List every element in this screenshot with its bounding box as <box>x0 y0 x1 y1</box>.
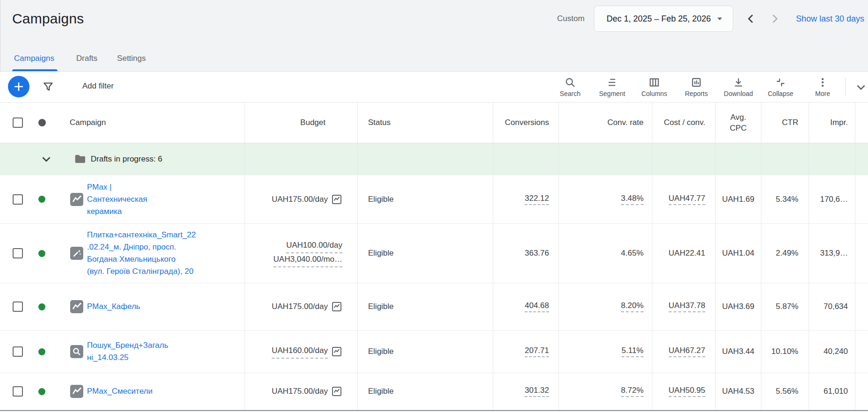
campaign-row: Плитка+сантехніка_Smart_22.02.24_м. Дніп… <box>0 224 868 283</box>
campaign-row: PMax_Смесители UAH175.00/day Eligible 30… <box>0 373 868 410</box>
budget-value[interactable]: UAH100.00/day <box>286 239 342 253</box>
column-header-avg-cpc[interactable]: Avg. CPC <box>716 103 761 143</box>
campaign-name-link[interactable]: PMax_Смесители <box>87 385 152 397</box>
next-period-button[interactable] <box>769 13 780 24</box>
plus-icon <box>13 81 25 93</box>
tab-campaigns[interactable]: Campaigns <box>14 54 54 71</box>
smart-campaign-icon <box>70 247 83 260</box>
page-header: Campaigns Custom Dec 1, 2025 – Feb 25, 2… <box>0 0 868 37</box>
date-mode-label: Custom <box>557 14 585 23</box>
tab-settings[interactable]: Settings <box>117 54 145 71</box>
row-checkbox[interactable] <box>13 248 23 258</box>
campaign-name-link[interactable]: Плитка+сантехніка_Smart_22.02.24_м. Дніп… <box>87 229 196 278</box>
row-checkbox[interactable] <box>13 194 23 205</box>
status-value: Eligible <box>368 302 394 311</box>
download-icon <box>732 76 745 88</box>
avg-cpc-value: UAH3.44 <box>722 347 754 356</box>
avg-cpc-value: UAH3.69 <box>722 302 754 311</box>
show-last-30-days-link[interactable]: Show last 30 days <box>796 14 864 24</box>
status-enabled-dot <box>38 388 45 395</box>
conversions-value[interactable]: 322.12 <box>525 194 549 205</box>
campaign-row: PMax |Сантехническая керамика UAH175.00/… <box>0 175 868 224</box>
ctr-value: 5.87% <box>776 302 798 311</box>
column-header-budget[interactable]: Budget <box>245 103 358 143</box>
column-header-ctr[interactable]: CTR <box>761 103 809 143</box>
row-checkbox[interactable] <box>13 386 23 397</box>
select-all-checkbox[interactable] <box>13 118 23 128</box>
avg-cpc-value: UAH4.53 <box>722 387 754 396</box>
campaign-name-link[interactable]: PMax_Кафель <box>87 301 140 313</box>
cost-per-conv-value[interactable]: UAH37.78 <box>669 301 705 312</box>
budget-value: UAH175.00/day <box>272 385 328 397</box>
budget-chart-icon[interactable] <box>331 386 342 397</box>
conversions-value[interactable]: 404.68 <box>525 301 549 312</box>
add-campaign-button[interactable] <box>8 76 29 97</box>
campaign-name-link[interactable]: PMax |Сантехническая керамика <box>87 181 147 218</box>
status-enabled-dot <box>38 303 45 310</box>
page-title: Campaigns <box>12 11 84 27</box>
table-toolbar: Add filter Search Segment Columns <box>0 72 868 102</box>
cost-per-conv-value[interactable]: UAH67.27 <box>669 346 705 357</box>
date-range-controls: Custom Dec 1, 2025 – Feb 25, 2026 Show l… <box>557 6 864 32</box>
tab-bar: Campaigns Drafts Settings <box>0 37 868 72</box>
more-button[interactable]: More <box>802 72 844 102</box>
column-header-conversions[interactable]: Conversions <box>493 103 559 143</box>
budget-chart-icon[interactable] <box>331 194 342 205</box>
column-header-cost-per-conv[interactable]: Cost / conv. <box>652 103 716 143</box>
segment-button[interactable]: Segment <box>591 72 633 102</box>
tab-drafts[interactable]: Drafts <box>76 54 97 71</box>
budget-monthly-value[interactable]: UAH3,040.00/mo… <box>274 253 342 267</box>
budget-chart-icon[interactable] <box>331 301 342 312</box>
column-header-conv-rate[interactable]: Conv. rate <box>559 103 652 143</box>
drafts-group-label[interactable]: Drafts in progress: 6 <box>91 154 162 164</box>
date-range-picker[interactable]: Dec 1, 2025 – Feb 25, 2026 <box>594 6 733 32</box>
conversions-value[interactable]: 207.71 <box>525 346 549 357</box>
column-header-status[interactable]: Status <box>358 103 493 143</box>
budget-chart-icon[interactable] <box>331 346 342 357</box>
columns-button[interactable]: Columns <box>633 72 675 102</box>
chevron-down-icon[interactable] <box>40 153 52 165</box>
conv-rate-value[interactable]: 3.48% <box>621 194 644 205</box>
campaign-name-link[interactable]: Пошук_Бренд+Загальні_14.03.25 <box>87 339 168 364</box>
add-filter-button[interactable]: Add filter <box>82 81 114 91</box>
campaigns-table: Campaign Budget Status Conversions Conv.… <box>0 102 868 410</box>
budget-value: UAH175.00/day <box>272 301 328 313</box>
performance-max-icon <box>70 300 83 313</box>
cost-per-conv-value: UAH22.41 <box>669 249 705 258</box>
row-checkbox[interactable] <box>13 302 23 312</box>
performance-max-icon <box>70 385 83 398</box>
budget-value: UAH175.00/day <box>272 193 328 206</box>
ctr-value: 10.10% <box>771 347 798 356</box>
toolbar-expand-chevron-icon[interactable] <box>855 81 867 93</box>
conv-rate-value[interactable]: 8.20% <box>621 301 644 312</box>
status-value: Eligible <box>368 347 394 356</box>
reports-button[interactable]: Reports <box>675 72 717 102</box>
cost-per-conv-value[interactable]: UAH50.95 <box>669 386 705 397</box>
row-checkbox[interactable] <box>13 346 23 357</box>
conversions-value[interactable]: 301.32 <box>525 386 549 397</box>
download-button[interactable]: Download <box>717 72 760 102</box>
filter-icon[interactable] <box>42 81 54 93</box>
toolbar-divider <box>845 78 846 96</box>
previous-period-button[interactable] <box>745 13 757 24</box>
avg-cpc-value: UAH1.04 <box>722 249 754 258</box>
conv-rate-value[interactable]: 5.11% <box>622 346 644 357</box>
table-bottom-edge <box>0 410 868 411</box>
cost-per-conv-value[interactable]: UAH47.77 <box>669 194 705 205</box>
table-header-row: Campaign Budget Status Conversions Conv.… <box>0 102 868 143</box>
campaigns-page: Campaigns Custom Dec 1, 2025 – Feb 25, 2… <box>0 0 868 412</box>
ctr-value: 5.56% <box>776 387 798 396</box>
search-button[interactable]: Search <box>549 72 591 102</box>
reports-icon <box>690 76 702 88</box>
performance-max-icon <box>70 193 83 206</box>
conv-rate-value[interactable]: 8.72% <box>621 386 644 397</box>
status-value: Eligible <box>368 249 394 258</box>
collapse-button[interactable]: Collapse <box>760 72 802 102</box>
budget-value[interactable]: UAH160.00/day <box>272 345 328 359</box>
column-header-campaign[interactable]: Campaign <box>70 118 106 127</box>
conv-rate-value: 4.65% <box>621 249 644 258</box>
impressions-value: 61,010 <box>824 387 848 396</box>
column-header-impressions[interactable]: Impr. <box>809 103 855 143</box>
impressions-value: 70,634 <box>824 302 848 311</box>
ctr-value: 2.49% <box>776 249 798 258</box>
